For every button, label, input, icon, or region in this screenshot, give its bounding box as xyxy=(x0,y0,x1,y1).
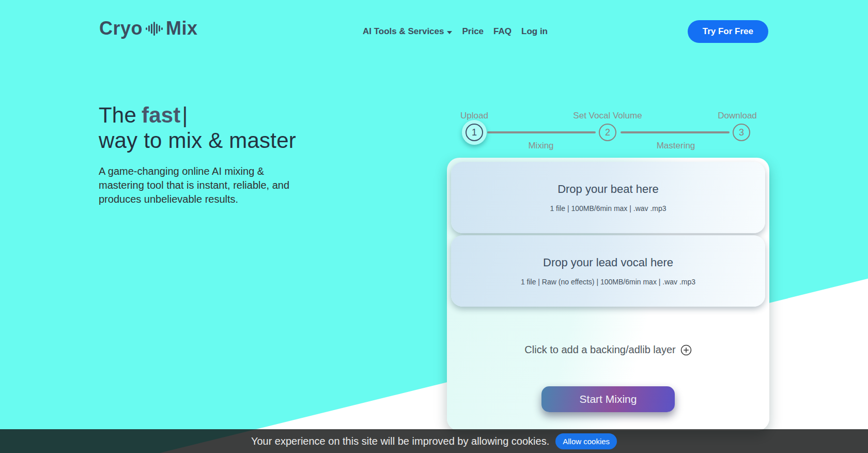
nav-item-login[interactable]: Log in xyxy=(521,26,548,37)
step-number: 3 xyxy=(733,124,750,141)
waveform-icon xyxy=(146,20,163,37)
start-mixing-button[interactable]: Start Mixing xyxy=(541,386,675,412)
dropzone-title: Drop your beat here xyxy=(557,183,659,196)
typewriter-cursor: | xyxy=(182,103,188,127)
segment-label-mastering: Mastering xyxy=(657,141,695,151)
step-circle-2: 2 xyxy=(595,120,620,145)
step-label-set-vocal-volume: Set Vocal Volume xyxy=(573,111,642,121)
hero-section: Thefast| way to mix & master A game-chan… xyxy=(99,102,316,206)
try-for-free-button[interactable]: Try For Free xyxy=(688,20,768,43)
step-circle-3: 3 xyxy=(729,120,754,145)
page-title: Thefast| way to mix & master xyxy=(99,102,316,153)
allow-cookies-button[interactable]: Allow cookies xyxy=(555,433,617,449)
segment-label-mixing: Mixing xyxy=(528,141,553,151)
add-layer-button[interactable]: Click to add a backing/adlib layer xyxy=(447,344,769,356)
cookie-banner: Your experience on this site will be imp… xyxy=(0,429,868,453)
page: Cryo Mix AI Tools & Services Price FAQ L… xyxy=(0,0,868,453)
step-circle-1: 1 xyxy=(462,120,487,145)
nav-item-label: AI Tools & Services xyxy=(363,26,444,37)
connector-line-mixing xyxy=(487,131,596,133)
step-label-download: Download xyxy=(718,111,757,121)
hero-description: A game-changing online AI mixing & maste… xyxy=(99,164,308,206)
plus-circle-icon xyxy=(680,344,692,356)
logo[interactable]: Cryo Mix xyxy=(99,18,198,39)
nav-item-ai-tools[interactable]: AI Tools & Services xyxy=(363,26,452,37)
dropzone-specs: 1 file | Raw (no effects) | 100MB/6min m… xyxy=(521,278,695,286)
main-nav: AI Tools & Services Price FAQ Log in xyxy=(363,0,548,63)
nav-item-faq[interactable]: FAQ xyxy=(493,26,512,37)
dropzone-lead-vocal[interactable]: Drop your lead vocal here 1 file | Raw (… xyxy=(451,235,765,307)
nav-item-label: Log in xyxy=(521,26,548,37)
progress-stepper: Upload Set Vocal Volume Download 1 2 3 M… xyxy=(447,110,769,154)
nav-item-price[interactable]: Price xyxy=(462,26,484,37)
cookie-message: Your experience on this site will be imp… xyxy=(251,435,549,447)
logo-word-left: Cryo xyxy=(99,18,143,39)
title-line2: way to mix & master xyxy=(99,128,296,153)
add-layer-label: Click to add a backing/adlib layer xyxy=(524,344,675,356)
step-label-upload: Upload xyxy=(460,111,488,121)
step-number: 2 xyxy=(599,124,616,141)
title-highlight: fast xyxy=(142,103,181,127)
nav-item-label: FAQ xyxy=(493,26,512,37)
connector-line-mastering xyxy=(621,131,730,133)
upload-card: Drop your beat here 1 file | 100MB/6min … xyxy=(447,158,769,431)
nav-item-label: Price xyxy=(462,26,484,37)
dropzone-title: Drop your lead vocal here xyxy=(543,256,673,269)
logo-word-right: Mix xyxy=(166,18,198,39)
header: Cryo Mix AI Tools & Services Price FAQ L… xyxy=(0,0,868,63)
dropzone-specs: 1 file | 100MB/6min max | .wav .mp3 xyxy=(550,204,666,213)
step-number: 1 xyxy=(466,124,483,141)
dropzone-beat[interactable]: Drop your beat here 1 file | 100MB/6min … xyxy=(451,162,765,233)
title-prefix: The xyxy=(99,103,136,127)
chevron-down-icon xyxy=(447,31,452,34)
